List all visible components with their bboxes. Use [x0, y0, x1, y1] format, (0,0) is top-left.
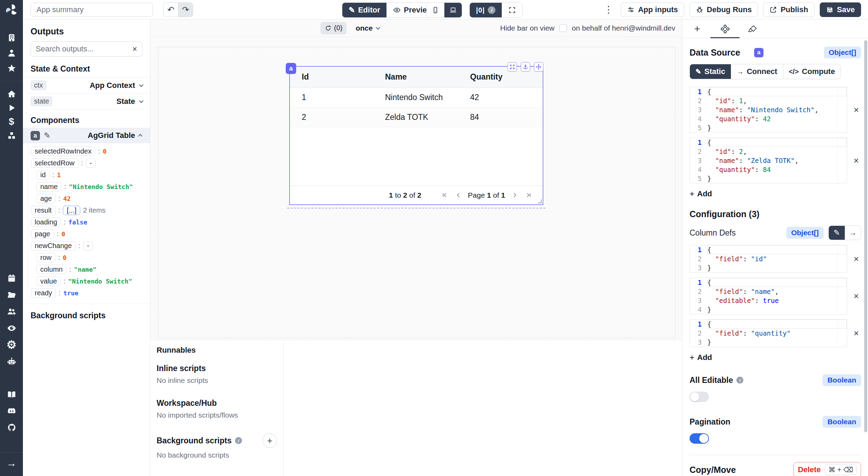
table-cell[interactable]: Nintendo Switch — [373, 93, 458, 102]
sidebar-discord-icon[interactable] — [0, 403, 23, 419]
chevron-up-icon[interactable] — [138, 134, 143, 138]
source-tab-compute[interactable]: </>Compute — [783, 64, 841, 79]
sidebar-cubes-icon[interactable] — [0, 128, 23, 143]
source-tab-connect[interactable]: →Connect — [731, 64, 783, 79]
prop-value-chip[interactable]: - — [86, 158, 96, 168]
expand-handle[interactable] — [508, 62, 517, 72]
component-settings-tab[interactable] — [717, 19, 733, 38]
mobile-view-button[interactable] — [427, 3, 444, 17]
sidebar-folder-icon[interactable] — [0, 287, 23, 302]
aggrid-table-component[interactable]: a IdNameQuantity 1Nintendo Switch422Zeld… — [289, 66, 543, 205]
json-editor[interactable]: 1{2 "field": "name",3 "editable": true4} — [690, 278, 847, 314]
prop-key-chip[interactable]: name — [36, 182, 61, 191]
debug-runs-button[interactable]: Debug Runs — [690, 2, 758, 17]
prop-key-chip[interactable]: ready — [31, 288, 56, 298]
sidebar-user-icon[interactable] — [0, 45, 23, 60]
json-editor[interactable]: 1{2 "id": 1,3 "name": "Nintendo Switch",… — [690, 87, 847, 133]
sidebar-github-icon[interactable] — [0, 420, 23, 435]
remove-item-button[interactable]: × — [851, 254, 861, 264]
context-row-state[interactable]: stateState — [23, 93, 150, 109]
redo-button[interactable]: ↷ — [178, 3, 193, 17]
table-row[interactable]: 2Zelda TOTK84 — [290, 107, 543, 127]
table-cell[interactable]: 84 — [458, 113, 543, 122]
windmill-logo-icon[interactable] — [5, 3, 18, 16]
last-page-button[interactable] — [524, 191, 533, 200]
prop-key-chip[interactable]: id — [36, 170, 50, 180]
sidebar-book-icon[interactable] — [0, 387, 23, 402]
prop-key-chip[interactable]: value — [36, 277, 61, 286]
insert-component-tab[interactable]: + — [690, 19, 704, 38]
app-canvas[interactable]: (0) once Hide bar on view on behalf of h… — [150, 19, 682, 340]
prop-key-chip[interactable]: loading — [31, 218, 61, 227]
sidebar-play-icon[interactable] — [0, 100, 23, 115]
add-column-def-button[interactable]: +Add — [690, 353, 712, 362]
first-page-button[interactable] — [440, 191, 449, 200]
app-inputs-button[interactable]: App inputs — [621, 2, 684, 17]
edit-mode-button[interactable]: ✎ — [829, 226, 845, 240]
sidebar-user-group-icon[interactable] — [0, 304, 23, 319]
prop-key-chip[interactable]: selectedRow — [31, 158, 78, 168]
prop-value-chip[interactable]: - — [83, 241, 93, 251]
json-editor[interactable]: 1{2 "field": "quantity"3} — [690, 319, 847, 347]
delete-component-button[interactable]: Delete ⌘ + ⌫ — [793, 462, 861, 476]
panel-scrollbar[interactable] — [864, 40, 867, 432]
desktop-view-button[interactable] — [444, 3, 462, 17]
anchor-handle[interactable] — [521, 62, 530, 72]
sidebar-arrow-right-icon[interactable]: → — [0, 456, 23, 471]
context-row-ctx[interactable]: ctxApp Context — [23, 77, 150, 93]
theme-tab[interactable] — [745, 19, 760, 38]
sidebar-gear-icon[interactable]: ⚙ — [0, 337, 23, 352]
sidebar-dollar-icon[interactable]: $ — [0, 114, 23, 129]
remove-item-button[interactable]: × — [851, 105, 861, 115]
connect-mode-button[interactable]: → — [845, 226, 861, 240]
sidebar-star-icon[interactable] — [0, 60, 23, 76]
remove-item-button[interactable]: × — [851, 291, 861, 302]
search-outputs-input[interactable]: Search outputs... × — [31, 41, 142, 57]
prop-key-chip[interactable]: column — [36, 265, 66, 274]
kebab-menu-icon[interactable]: ⋮ — [602, 2, 616, 17]
table-cell[interactable]: 1 — [290, 93, 373, 102]
remove-item-button[interactable]: × — [851, 155, 861, 166]
table-cell[interactable]: Zelda TOTK — [373, 113, 458, 122]
sidebar-eye-icon[interactable] — [0, 320, 23, 336]
add-background-script-button[interactable]: + — [262, 433, 277, 448]
component-header-row[interactable]: a ✎ AgGrid Table — [23, 128, 150, 143]
table-cell[interactable]: 2 — [290, 113, 373, 122]
edit-id-icon[interactable]: ✎ — [44, 131, 50, 140]
refresh-button[interactable]: (0) — [320, 22, 347, 34]
prop-key-chip[interactable]: age — [36, 194, 56, 203]
prop-array-chip[interactable]: [...] — [63, 206, 80, 215]
json-editor[interactable]: 1{2 "field": "id"3} — [690, 245, 847, 273]
sidebar-home-icon[interactable] — [0, 86, 23, 101]
editor-tab[interactable]: ✎ Editor — [342, 3, 386, 17]
sidebar-calendar-icon[interactable] — [0, 270, 23, 286]
app-summary-input[interactable] — [31, 3, 153, 17]
all-editable-toggle[interactable] — [690, 392, 709, 402]
table-row[interactable]: 1Nintendo Switch42 — [290, 88, 543, 107]
save-button[interactable]: Save — [820, 2, 861, 17]
clear-search-icon[interactable]: × — [132, 44, 137, 54]
sidebar-building-icon[interactable] — [0, 30, 23, 45]
json-editor[interactable]: 1{2 "id": 2,3 "name": "Zelda TOTK",4 "qu… — [690, 138, 847, 183]
prop-key-chip[interactable]: newChange — [31, 241, 76, 251]
source-tab-static[interactable]: ✎Static — [690, 64, 731, 79]
prop-key-chip[interactable]: row — [36, 253, 55, 262]
show-bounds-button[interactable]: |0| i — [470, 3, 502, 17]
undo-button[interactable]: ↶ — [164, 3, 178, 17]
prop-key-chip[interactable]: result — [31, 206, 56, 215]
hide-bar-checkbox[interactable] — [559, 24, 567, 32]
sidebar-robot-icon[interactable] — [0, 354, 23, 369]
resize-handle[interactable] — [538, 199, 542, 203]
next-page-button[interactable] — [510, 191, 519, 200]
prop-key-chip[interactable]: selectedRowIndex — [31, 147, 95, 156]
publish-button[interactable]: Publish — [763, 2, 814, 17]
fullscreen-button[interactable] — [502, 3, 522, 17]
prev-page-button[interactable] — [454, 191, 463, 200]
move-handle[interactable] — [534, 62, 543, 72]
frequency-dropdown[interactable]: once — [356, 24, 379, 32]
add-data-item-button[interactable]: +Add — [690, 189, 712, 199]
table-cell[interactable]: 42 — [458, 93, 543, 102]
prop-key-chip[interactable]: page — [31, 229, 54, 239]
pagination-toggle[interactable] — [690, 433, 709, 444]
remove-item-button[interactable]: × — [851, 328, 861, 339]
